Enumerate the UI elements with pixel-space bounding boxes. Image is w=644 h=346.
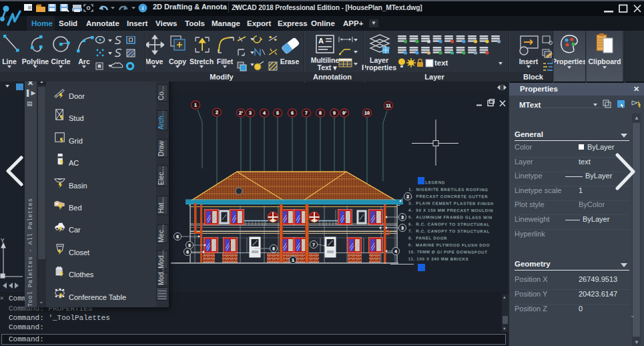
svg-text:4: 4 bbox=[394, 248, 397, 253]
svg-text:Y: Y bbox=[1, 238, 5, 244]
svg-text:11. 100 X 240 MM BRICKS: 11. 100 X 240 MM BRICKS bbox=[408, 256, 469, 261]
svg-text:9ʼ: 9ʼ bbox=[342, 111, 346, 116]
svg-text:5. ALUMINUM FRAMED GLASS WIN: 5. ALUMINUM FRAMED GLASS WIN bbox=[408, 214, 493, 220]
svg-text:3: 3 bbox=[249, 111, 252, 116]
svg-text:10. 75MM Ø GI PIPE DOWNSPOUT: 10. 75MM Ø GI PIPE DOWNSPOUT bbox=[408, 249, 488, 254]
svg-text:4: 4 bbox=[263, 111, 266, 116]
svg-text:A: A bbox=[318, 37, 324, 45]
svg-text:6: 6 bbox=[291, 111, 294, 116]
svg-text:6. R.C. CANOPY TO STRUCTURAL: 6. R.C. CANOPY TO STRUCTURAL bbox=[408, 222, 490, 227]
svg-text:7. R.C. CANOPY TO STRUCTURAL: 7. R.C. CANOPY TO STRUCTURAL bbox=[408, 228, 490, 234]
svg-text:4. 50 X 150 MM PRECAST MOULDI: 4. 50 X 150 MM PRECAST MOULDIN bbox=[408, 208, 493, 213]
svg-text:10: 10 bbox=[364, 111, 370, 116]
svg-text:2: 2 bbox=[216, 110, 218, 115]
svg-text:2: 2 bbox=[406, 194, 409, 198]
svg-text:1. NIGERITE BRETILES ROOFING: 1. NIGERITE BRETILES ROOFING bbox=[408, 187, 489, 192]
svg-text:3: 3 bbox=[401, 225, 404, 230]
svg-text:8: 8 bbox=[319, 111, 322, 116]
svg-text:11: 11 bbox=[386, 104, 391, 108]
svg-text:7: 7 bbox=[312, 242, 315, 246]
svg-text:6: 6 bbox=[186, 249, 189, 254]
svg-text:8. PANEL DOOR: 8. PANEL DOOR bbox=[408, 235, 447, 240]
svg-text:2ʼ: 2ʼ bbox=[239, 111, 243, 116]
svg-text:2. PRECAST CONCRETE GUTTER: 2. PRECAST CONCRETE GUTTER bbox=[408, 194, 488, 199]
svg-text:LEGEND: LEGEND bbox=[425, 180, 445, 184]
svg-text:9. MARINE PLYWOOD FLUSH DOO: 9. MARINE PLYWOOD FLUSH DOO bbox=[408, 242, 490, 248]
svg-text:5: 5 bbox=[276, 111, 279, 116]
svg-text:8: 8 bbox=[272, 246, 275, 250]
svg-text:5: 5 bbox=[188, 242, 191, 247]
svg-text:3: 3 bbox=[401, 214, 404, 219]
svg-text:9: 9 bbox=[333, 111, 336, 116]
svg-text:7: 7 bbox=[305, 111, 308, 116]
svg-text:6: 6 bbox=[176, 234, 179, 238]
svg-text:1: 1 bbox=[292, 257, 294, 262]
svg-text:1: 1 bbox=[194, 103, 197, 108]
svg-text:3. PLAIN CEMENT PLASTER FINIS: 3. PLAIN CEMENT PLASTER FINISH bbox=[408, 200, 494, 206]
